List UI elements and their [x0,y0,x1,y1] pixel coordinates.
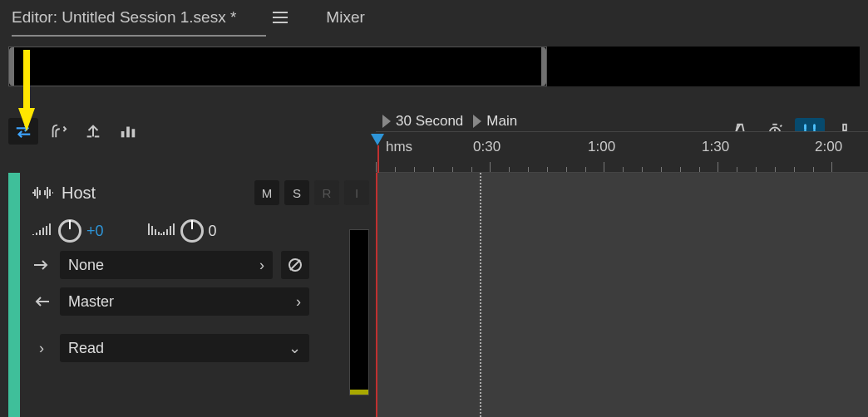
toggle-inputs-outputs-button[interactable] [8,118,38,145]
automation-mode-label: Read [68,340,104,357]
svg-line-8 [290,260,300,270]
volume-ramp-icon [32,222,53,241]
overview-remainder [547,47,860,86]
mute-button[interactable]: M [254,180,279,205]
tab-editor[interactable]: Editor: Untitled Session 1.sesx * [12,3,236,32]
playhead-handle-icon[interactable] [371,134,384,145]
tab-mixer[interactable]: Mixer [326,3,364,32]
panel-menu-icon[interactable] [273,12,288,23]
record-arm-button[interactable]: R [314,180,339,205]
toggle-effects-button[interactable] [43,118,73,145]
track-color-strip[interactable] [8,173,20,417]
volume-knob[interactable] [58,219,81,243]
waveform-icon [32,184,53,201]
pan-control[interactable]: 0 [147,219,217,243]
input-monitor-button[interactable]: I [344,180,369,205]
solo-button[interactable]: S [284,180,309,205]
toggle-sends-button[interactable] [78,118,108,145]
marker-strip[interactable]: 30 Second Main [376,111,868,131]
chevron-down-icon: ⌄ [289,339,301,357]
pan-value[interactable]: 0 [209,223,217,240]
output-arrow-icon [32,296,52,307]
volume-control[interactable]: +0 [32,219,104,243]
marker-position-line [480,173,481,417]
input-label: None [68,257,104,274]
automation-expand-icon[interactable]: › [32,340,52,357]
output-select[interactable]: Master › [60,287,309,316]
panel-tab-bar: Editor: Untitled Session 1.sesx * Mixer [0,0,868,35]
marker-main[interactable]: Main [473,113,524,130]
pan-knob[interactable] [180,219,204,243]
track-level-meter [349,229,369,395]
overview-visible-range[interactable] [8,47,547,86]
svg-rect-4 [132,129,136,137]
chevron-right-icon: › [296,293,301,311]
svg-rect-2 [121,131,125,137]
overview-handle-left[interactable] [9,47,14,86]
output-label: Master [68,293,114,311]
marker-30-second[interactable]: 30 Second [382,113,470,130]
ruler-unit-label: hms [386,139,412,155]
track-header: Host M S R I +0 0 [20,173,376,417]
toggle-eq-button[interactable] [113,118,143,145]
track-state-buttons: M S R I [254,180,369,205]
track-name[interactable]: Host [62,184,96,203]
overview-navigator[interactable] [8,47,860,86]
ruler-label: 1:00 [588,139,615,155]
ruler-label: 0:30 [473,139,501,155]
time-ruler[interactable]: hms 0:30 1:00 1:30 2:00 [376,131,868,173]
overview-handle-right[interactable] [541,47,546,86]
playhead-line-lane [376,173,377,417]
track-lane[interactable] [376,173,868,417]
input-channel-config-button[interactable] [281,251,309,279]
ruler-label: 2:00 [815,139,842,155]
meter-level-indicator [350,390,368,395]
ruler-label: 1:30 [702,139,729,155]
input-arrow-icon [32,259,52,271]
track-area: Host M S R I +0 0 [8,173,868,417]
input-select[interactable]: None › [60,251,273,279]
svg-rect-3 [126,127,130,138]
chevron-right-icon: › [259,257,264,274]
pan-ramp-icon [147,222,175,241]
automation-mode-select[interactable]: Read ⌄ [60,334,309,362]
volume-value[interactable]: +0 [86,223,104,240]
